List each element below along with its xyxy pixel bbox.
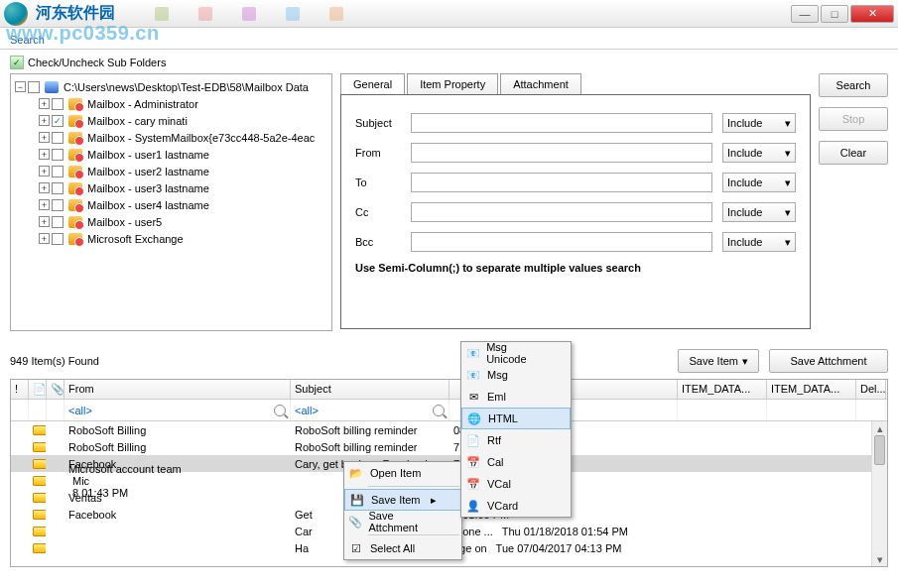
fmt-vcal[interactable]: 📅VCal [461, 473, 571, 495]
folder-tree[interactable]: − C:\Users\news\Desktop\Test-EDB\58\Mail… [10, 73, 332, 331]
bcc-include-drop[interactable]: Include▾ [722, 232, 796, 252]
tree-item[interactable]: + Mailbox - user4 lastname [13, 196, 329, 213]
col-subject[interactable]: Subject [291, 380, 449, 399]
fmt-html[interactable]: 🌐HTML [461, 408, 571, 429]
title-bar: 河东软件园 — □ ✕ [0, 0, 898, 28]
expand-icon[interactable]: + [39, 216, 50, 227]
collapse-icon[interactable]: − [15, 81, 26, 92]
input-bcc[interactable] [411, 232, 712, 252]
save-attachment-button[interactable]: Save Attchment [769, 349, 888, 373]
fmt-rtf[interactable]: 📄Rtf [461, 429, 571, 451]
filter-from[interactable]: <all> [64, 400, 291, 420]
mailbox-icon [68, 182, 82, 194]
stop-button[interactable]: Stop [819, 107, 888, 131]
col-attach[interactable]: 📎 [47, 380, 64, 399]
col-flag[interactable]: ! [11, 380, 29, 399]
action-buttons: Search Stop Clear [819, 73, 888, 331]
expand-icon[interactable]: + [39, 98, 50, 109]
ctx-select-all[interactable]: ☑Select All [344, 537, 461, 559]
input-cc[interactable] [411, 202, 712, 222]
tree-item-label: Mailbox - user1 lastname [87, 149, 209, 161]
ctx-save-item[interactable]: 💾Save Item▸ [344, 489, 461, 511]
col-del[interactable]: Del... [856, 380, 886, 399]
filter-subject[interactable]: <all> [291, 400, 449, 420]
tree-checkbox[interactable] [52, 216, 64, 228]
tree-checkbox[interactable] [52, 182, 64, 194]
tab-general[interactable]: General [340, 73, 405, 94]
tree-checkbox[interactable] [52, 98, 64, 110]
tree-item[interactable]: + Mailbox - user3 lastname [13, 179, 329, 196]
expand-icon[interactable]: + [39, 166, 50, 176]
tree-item[interactable]: + Mailbox - Administrator [13, 95, 329, 112]
cc-include-drop[interactable]: Include▾ [722, 202, 796, 222]
cell-received: age on Tue 07/04/2017 04:13 PM [449, 542, 678, 554]
tree-item[interactable]: + Mailbox - user2 lastname [13, 163, 329, 179]
tree-checkbox[interactable] [52, 149, 64, 161]
label-bcc: Bcc [355, 236, 411, 248]
tree-item[interactable]: + Mailbox - SystemMailbox{e73cc448-5a2e-… [13, 129, 329, 146]
search-button[interactable]: Search [819, 73, 888, 97]
search-tabs: General Item Property Attachment [340, 73, 811, 94]
fmt-vcard[interactable]: 👤VCard [461, 495, 571, 517]
cell-subject: Mic [68, 475, 227, 487]
expand-icon[interactable]: + [39, 233, 50, 244]
cell-received: n one ... Thu 01/18/2018 01:54 PM [449, 526, 678, 537]
clear-button[interactable]: Clear [819, 141, 888, 165]
table-row[interactable]: RoboSoft Billing RoboSoft billing remind… [11, 421, 887, 438]
tree-root[interactable]: − C:\Users\news\Desktop\Test-EDB\58\Mail… [13, 78, 329, 95]
expand-icon[interactable]: + [39, 115, 50, 126]
tree-item[interactable]: + ✓ Mailbox - cary minati [13, 112, 329, 129]
fmt-eml[interactable]: ✉Eml [461, 386, 571, 408]
col-from[interactable]: From [64, 380, 291, 399]
tree-checkbox[interactable] [52, 199, 64, 211]
subject-include-drop[interactable]: Include▾ [722, 113, 796, 133]
tree-item[interactable]: + Microsoft Exchange [13, 230, 329, 247]
tree-item[interactable]: + Mailbox - user5 [13, 213, 329, 230]
grid-scrollbar[interactable]: ▴ ▾ [871, 421, 887, 566]
ctx-save-attachment[interactable]: 📎Save Attchment [344, 511, 461, 532]
tree-checkbox[interactable]: ✓ [52, 115, 64, 127]
col-itemdata2[interactable]: ITEM_DATA... [767, 380, 856, 399]
format-icon: 📅 [465, 454, 481, 470]
check-subfolders-row[interactable]: ✓ Check/Uncheck Sub Folders [0, 50, 898, 73]
minimize-button[interactable]: — [791, 5, 819, 23]
tree-checkbox[interactable] [28, 81, 40, 93]
scroll-thumb[interactable] [874, 435, 885, 465]
tree-checkbox[interactable] [52, 233, 64, 245]
context-menu: 📂Open Item 💾Save Item▸ 📎Save Attchment ☑… [343, 461, 462, 560]
input-to[interactable] [411, 173, 712, 192]
close-button[interactable]: ✕ [850, 5, 894, 23]
scroll-up-icon[interactable]: ▴ [872, 421, 887, 435]
fmt-msg-unicode[interactable]: 📧Msg Unicode [461, 342, 571, 364]
input-from[interactable] [411, 143, 712, 163]
tab-attachment[interactable]: Attachment [500, 73, 581, 94]
col-itemdata1[interactable]: ITEM_DATA... [678, 380, 767, 399]
fmt-msg[interactable]: 📧Msg [461, 364, 571, 386]
expand-icon[interactable]: + [39, 182, 50, 193]
tab-item-property[interactable]: Item Property [407, 73, 498, 94]
ctx-open-item[interactable]: 📂Open Item [344, 462, 461, 484]
maximize-button[interactable]: □ [821, 5, 848, 23]
fmt-cal[interactable]: 📅Cal [461, 451, 571, 473]
filter-row: <all> <all> [11, 400, 887, 421]
expand-icon[interactable]: + [39, 132, 50, 143]
mail-icon [33, 543, 47, 553]
save-item-button[interactable]: Save Item▾ [678, 349, 759, 373]
col-read[interactable]: 📄 [29, 380, 47, 399]
tree-checkbox[interactable] [52, 166, 64, 177]
scroll-down-icon[interactable]: ▾ [872, 552, 887, 566]
chevron-down-icon: ▾ [785, 176, 791, 189]
format-submenu: 📧Msg Unicode📧Msg✉Eml🌐HTML📄Rtf📅Cal📅VCal👤V… [460, 341, 572, 518]
ribbon-tabs: Search [0, 28, 898, 50]
expand-icon[interactable]: + [39, 149, 50, 160]
label-from: From [355, 147, 411, 159]
tree-checkbox[interactable] [52, 132, 64, 144]
tab-search[interactable]: Search [2, 31, 53, 49]
to-include-drop[interactable]: Include▾ [722, 173, 796, 192]
input-subject[interactable] [411, 113, 712, 133]
table-row[interactable]: RoboSoft Billing RoboSoft billing remind… [11, 438, 887, 455]
chevron-down-icon: ▾ [742, 355, 748, 368]
from-include-drop[interactable]: Include▾ [722, 143, 796, 163]
tree-item[interactable]: + Mailbox - user1 lastname [13, 146, 329, 163]
expand-icon[interactable]: + [39, 199, 50, 210]
